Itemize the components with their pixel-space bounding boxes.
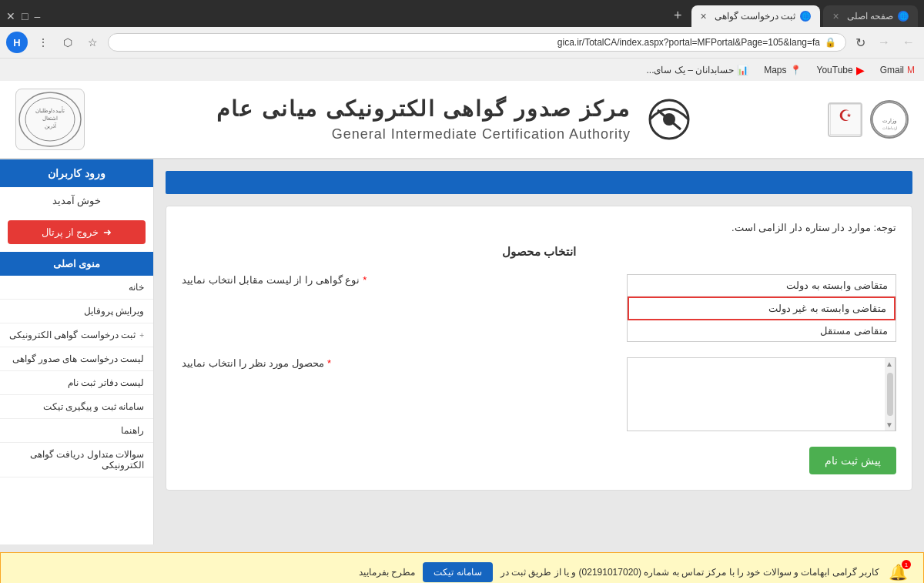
site-title-en: General Intermediate Certification Autho…: [216, 126, 631, 142]
content-area: توجه: موارد دار ستاره دار الزامی است. ان…: [154, 159, 924, 544]
form-row-product: ▲ ▼ * محصول مورد نظر را انتخاب نمایید: [182, 357, 896, 431]
gica-logo-graphic: [642, 99, 696, 141]
it-ministry-logo: وزارت ارتباطات: [870, 100, 909, 139]
minimize-button[interactable]: –: [34, 10, 40, 22]
bell-badge: 1: [902, 560, 911, 569]
ticket-system-button[interactable]: سامانه تیکت: [423, 562, 492, 582]
tab-icon-register: 🌐: [800, 11, 811, 22]
maps-icon: 📍: [790, 65, 802, 75]
forward-button[interactable]: →: [875, 32, 893, 52]
tab-close-home[interactable]: ×: [832, 10, 839, 22]
tab-label-register: ثبت درخواست گواهی: [715, 11, 796, 22]
bookmark-maps-label: Maps: [764, 65, 786, 75]
lock-icon: 🔒: [825, 37, 836, 48]
logout-button[interactable]: ➜ خروج از پرتال: [8, 220, 146, 244]
product-textarea-area: ▲ ▼: [343, 357, 896, 431]
bookmarks-bar: M Gmail ▶ YouTube 📍 Maps 📊 حسابدانان – ی…: [0, 58, 924, 81]
logout-label: خروج از پرتال: [42, 226, 99, 238]
bookmark-gmail-label: Gmail: [880, 65, 904, 75]
svg-text:☪: ☪: [839, 107, 852, 124]
tab-close-register[interactable]: ×: [701, 10, 707, 22]
tab-label-home: صفحه اصلی: [847, 11, 893, 22]
svg-point-6: [663, 113, 675, 126]
restore-button[interactable]: □: [22, 10, 28, 22]
bookmark-maps[interactable]: 📍 Maps: [761, 63, 804, 77]
bell-container: 🔔 1: [889, 563, 908, 581]
dropdown-option-government[interactable]: متقاضی وابسته به دولت: [628, 275, 896, 297]
tab-icon-home: 🌐: [898, 11, 909, 22]
sidebar-item-profile[interactable]: ویرایش پروفایل: [0, 300, 153, 323]
sidebar-login-header: ورود کاربران: [0, 159, 153, 187]
form-card: توجه: موارد دار ستاره دار الزامی است. ان…: [166, 206, 912, 491]
bookmark-hesabdanan-label: حسابدانان – یک سای...: [646, 65, 734, 75]
logout-arrow-icon: ➜: [103, 226, 112, 238]
tab-register[interactable]: 🌐 ثبت درخواست گواهی ×: [691, 5, 821, 27]
scroll-down-arrow[interactable]: ▼: [885, 419, 895, 431]
cert-type-label: * نوع گواهی را از لیست مقابل انتخاب نمای…: [182, 274, 367, 286]
form-actions: پیش ثبت نام: [182, 447, 896, 474]
bookmark-hesabdanan[interactable]: 📊 حسابدانان – یک سای...: [643, 63, 752, 77]
dropdown-option-non-government[interactable]: متقاضی وابسته به غیر دولت: [628, 297, 896, 320]
form-row-cert-type: متقاضی وابسته به دولت متقاضی وابسته به غ…: [182, 274, 896, 342]
sidebar-item-register-cert[interactable]: + ثبت درخواست گواهی الکترونیکی: [0, 323, 153, 347]
prev-register-button[interactable]: پیش ثبت نام: [809, 447, 896, 474]
bookmark-youtube-label: YouTube: [817, 65, 853, 75]
close-button[interactable]: ✕: [6, 10, 15, 22]
notice-text: توجه: موارد دار ستاره دار الزامی است.: [182, 222, 896, 233]
product-textarea[interactable]: [628, 358, 896, 427]
svg-text:تأیید داوطلبان: تأیید داوطلبان: [35, 106, 65, 114]
new-tab-button[interactable]: +: [668, 5, 688, 27]
textarea-scrollbar[interactable]: ▲ ▼: [885, 358, 896, 431]
product-textarea-wrapper: ▲ ▼: [627, 357, 896, 431]
address-text: gica.ir/TotalCA/index.aspx?portal=MFPort…: [557, 37, 820, 48]
cert-type-dropdown[interactable]: متقاضی وابسته به دولت متقاضی وابسته به غ…: [627, 274, 896, 342]
required-star-1: *: [363, 274, 367, 286]
svg-text:اشتغال: اشتغال: [42, 116, 58, 122]
sidebar-item-faq[interactable]: سوالات متداول دریافت گواهی الکترونیکی: [0, 443, 153, 477]
sidebar-item-ticket[interactable]: سامانه ثبت و پیگیری تیکت: [0, 395, 153, 419]
menu-icon[interactable]: ⋮: [34, 33, 52, 52]
bookmark-star-icon[interactable]: ☆: [83, 33, 102, 52]
sidebar-item-offices[interactable]: لیست دفاتر ثبت نام: [0, 371, 153, 395]
tab-home[interactable]: 🌐 صفحه اصلی ×: [823, 5, 918, 27]
header-center: مرکز صدور گواهی الکترونیکی میانی عام Gen…: [85, 96, 828, 142]
address-bar[interactable]: 🔒 gica.ir/TotalCA/index.aspx?portal=MFPo…: [108, 33, 846, 52]
footer-notification: 🔔 1 کاربر گرامی ابهامات و سوالات خود را …: [0, 552, 924, 583]
extensions-icon[interactable]: ⬡: [59, 33, 77, 52]
scroll-thumb: [887, 373, 893, 416]
site-title-fa: مرکز صدور گواهی الکترونیکی میانی عام: [216, 96, 631, 122]
product-label: * محصول مورد نظر را انتخاب نمایید: [182, 357, 331, 369]
gmail-icon: M: [907, 65, 915, 75]
profile-avatar[interactable]: H: [6, 32, 28, 53]
svg-text:وزارت: وزارت: [882, 118, 896, 124]
sidebar-welcome: خوش آمدید: [0, 187, 153, 214]
section-title: انتخاب محصول: [182, 245, 896, 259]
blue-top-bar: [166, 171, 912, 194]
svg-text:ارتباطات: ارتباطات: [882, 126, 897, 131]
notification-text: کاربر گرامی ابهامات و سوالات خود را با م…: [16, 562, 879, 582]
sidebar-item-home[interactable]: خانه: [0, 276, 153, 300]
iran-emblem: ☪: [828, 102, 862, 137]
youtube-icon: ▶: [856, 64, 865, 76]
back-button[interactable]: ←: [899, 32, 918, 52]
bookmark-gmail[interactable]: M Gmail: [877, 63, 918, 77]
sidebar-item-guide[interactable]: راهنما: [0, 419, 153, 443]
site-header: وزارت ارتباطات ☪: [0, 81, 924, 159]
scroll-up-arrow[interactable]: ▲: [885, 358, 895, 370]
svg-text:آذرین: آذرین: [44, 122, 56, 129]
dropdown-option-independent[interactable]: متقاضی مستقل: [628, 320, 896, 341]
expand-icon-cert: +: [139, 331, 144, 340]
sidebar: ورود کاربران خوش آمدید ➜ خروج از پرتال م…: [0, 159, 154, 544]
reload-button[interactable]: ↻: [852, 32, 869, 53]
cert-type-dropdown-area: متقاضی وابسته به دولت متقاضی وابسته به غ…: [378, 274, 896, 342]
sidebar-item-cert-list[interactable]: لیست درخواست های صدور گواهی: [0, 347, 153, 371]
hesabdanan-icon: 📊: [737, 65, 748, 75]
seal-image: تأیید داوطلبان اشتغال آذرین: [15, 89, 85, 150]
required-star-2: *: [327, 357, 331, 369]
header-logos: وزارت ارتباطات ☪: [828, 100, 909, 139]
header-right: تأیید داوطلبان اشتغال آذرین: [15, 89, 85, 150]
bookmark-youtube[interactable]: ▶ YouTube: [814, 62, 868, 78]
sidebar-menu-header: منوی اصلی: [0, 252, 153, 276]
